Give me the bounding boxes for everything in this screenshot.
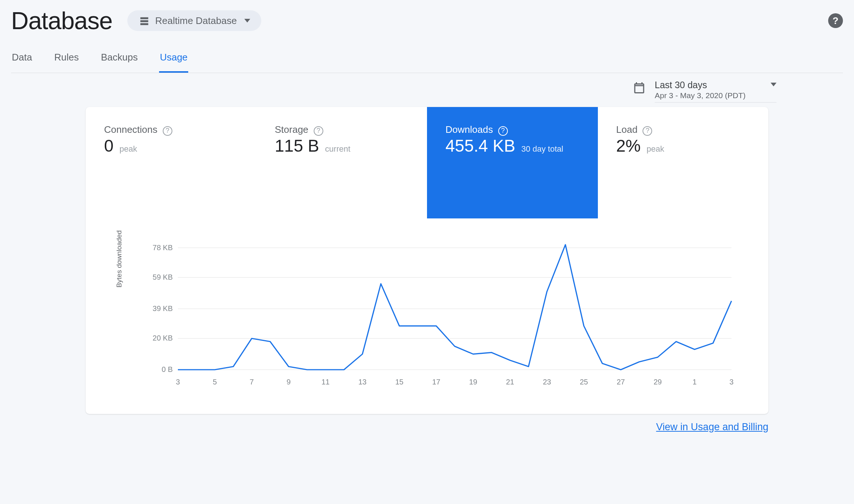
metric-connections[interactable]: Connections ? 0 peak xyxy=(86,107,256,218)
svg-text:78 KB: 78 KB xyxy=(153,243,173,251)
help-icon[interactable]: ? xyxy=(314,126,323,136)
help-icon[interactable]: ? xyxy=(163,126,172,136)
database-icon xyxy=(138,15,150,27)
page-help-icon[interactable]: ? xyxy=(828,13,843,28)
svg-text:0 B: 0 B xyxy=(162,365,173,373)
downloads-chart: 0 B20 KB39 KB59 KB78 KB35791113151719212… xyxy=(134,229,743,392)
svg-text:21: 21 xyxy=(506,378,514,386)
svg-text:19: 19 xyxy=(469,378,477,386)
help-icon[interactable]: ? xyxy=(498,126,508,136)
calendar-icon xyxy=(633,81,646,94)
svg-text:5: 5 xyxy=(213,378,217,386)
tab-bar: Data Rules Backups Usage xyxy=(11,48,843,73)
svg-text:15: 15 xyxy=(395,378,403,386)
help-icon[interactable]: ? xyxy=(643,126,652,136)
svg-text:25: 25 xyxy=(580,378,588,386)
database-picker[interactable]: Realtime Database xyxy=(127,10,261,31)
svg-text:29: 29 xyxy=(654,378,662,386)
metric-sub: 30 day total xyxy=(521,144,563,153)
metric-sub: current xyxy=(325,144,350,153)
svg-text:27: 27 xyxy=(617,378,625,386)
svg-text:17: 17 xyxy=(432,378,440,386)
page-title: Database xyxy=(11,7,113,35)
date-range-label: Last 30 days xyxy=(655,80,776,90)
metric-storage[interactable]: Storage ? 115 B current xyxy=(256,107,427,218)
svg-text:23: 23 xyxy=(543,378,551,386)
metric-load[interactable]: Load ? 2% peak xyxy=(598,107,769,218)
chevron-down-icon xyxy=(244,19,250,23)
date-range-detail: Apr 3 - May 3, 2020 (PDT) xyxy=(655,91,776,100)
svg-text:39 KB: 39 KB xyxy=(153,304,173,312)
svg-text:3: 3 xyxy=(176,378,180,386)
tab-usage[interactable]: Usage xyxy=(159,48,188,73)
svg-text:20 KB: 20 KB xyxy=(153,334,173,342)
metric-sub: peak xyxy=(647,144,664,153)
tab-rules[interactable]: Rules xyxy=(54,48,79,73)
metric-value: 455.4 KB xyxy=(445,136,515,155)
usage-card: Connections ? 0 peak Storage ? 115 B cur… xyxy=(86,107,768,414)
svg-text:59 KB: 59 KB xyxy=(153,273,173,281)
svg-text:9: 9 xyxy=(286,378,290,386)
svg-text:3: 3 xyxy=(729,378,733,386)
tab-data[interactable]: Data xyxy=(11,48,33,73)
metric-value: 115 B xyxy=(275,136,319,155)
chart-y-axis-label: Bytes downloaded xyxy=(115,230,123,287)
metric-value: 2% xyxy=(616,136,641,155)
tab-backups[interactable]: Backups xyxy=(100,48,138,73)
svg-text:7: 7 xyxy=(249,378,254,386)
metric-value: 0 xyxy=(104,136,114,155)
metric-label: Load xyxy=(616,124,638,135)
metric-label: Downloads xyxy=(445,124,493,135)
view-usage-billing-link[interactable]: View in Usage and Billing xyxy=(656,421,768,432)
metric-downloads[interactable]: Downloads ? 455.4 KB 30 day total xyxy=(427,107,598,218)
svg-text:1: 1 xyxy=(692,378,696,386)
database-picker-label: Realtime Database xyxy=(155,15,237,27)
svg-text:13: 13 xyxy=(358,378,366,386)
svg-text:11: 11 xyxy=(321,378,330,386)
date-range-picker[interactable]: Last 30 days Apr 3 - May 3, 2020 (PDT) xyxy=(633,80,776,103)
metric-label: Connections xyxy=(104,124,158,135)
metric-label: Storage xyxy=(275,124,309,135)
chevron-down-icon xyxy=(771,83,776,86)
metric-sub: peak xyxy=(120,144,137,153)
